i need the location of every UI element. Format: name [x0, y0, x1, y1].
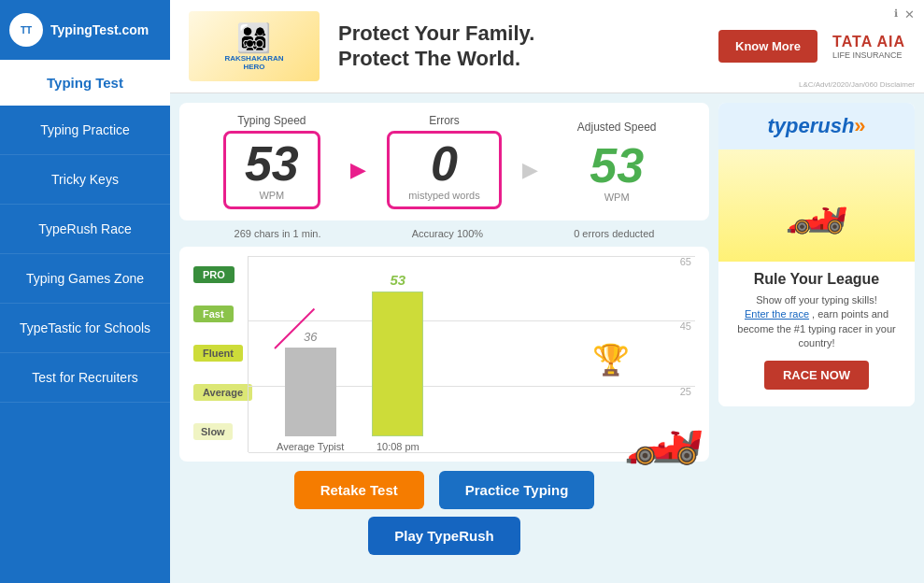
ad-cta-button[interactable]: Know More	[718, 30, 817, 63]
bar1	[285, 348, 336, 436]
typerush-header: typerush»	[718, 103, 915, 149]
typerush-enter-race-link[interactable]: Enter the race	[745, 308, 809, 320]
typing-speed-unit: WPM	[259, 190, 284, 201]
typerush-car-image: 🏎️	[718, 149, 915, 262]
logo-area: TT TypingTest.com	[0, 0, 170, 60]
cat-pro: PRO	[193, 265, 243, 287]
typerush-title: Rule Your League	[728, 271, 905, 288]
sidebar-item-typing-practice[interactable]: Typing Practice	[0, 106, 170, 155]
sidebar-item-typerush-race[interactable]: TypeRush Race	[0, 205, 170, 254]
cat-fluent: Fluent	[193, 344, 243, 365]
bar-current: 53 10:08 pm	[372, 272, 423, 452]
cat-average: Average	[193, 383, 243, 405]
cat-fast: Fast	[193, 305, 243, 326]
adjusted-speed-value: 53	[590, 141, 644, 190]
typerush-desc: Show off your typing skills! Enter the r…	[728, 293, 905, 351]
buttons-row: Retake Test Practice Typing	[179, 462, 709, 513]
bar2	[372, 292, 423, 436]
right-ad-panel: typerush» 🏎️ Rule Your League Show off y…	[718, 103, 915, 406]
chars-info: 269 chars in 1 min.	[235, 228, 321, 239]
ad-left: 👨‍👩‍👧‍👦 RAKSHAKARAN HERO	[189, 11, 320, 81]
logo-text: TypingTest.com	[50, 22, 149, 37]
sidebar-item-typing-games[interactable]: Typing Games Zone	[0, 254, 170, 304]
race-now-button[interactable]: RACE NOW	[764, 361, 869, 390]
sidebar-item-typetastic[interactable]: TypeTastic for Schools	[0, 304, 170, 353]
ad-brand: TATA AIA LIFE INSURANCE	[832, 34, 905, 60]
errors-value: 0	[431, 139, 458, 188]
arrow-right-1: ▶	[350, 158, 366, 182]
errors-unit: mistyped words	[408, 190, 479, 201]
typerush-logo: typerush»	[730, 114, 903, 138]
adjusted-speed-metric: Adjusted Speed 53 WPM	[543, 121, 690, 203]
active-tab-typing-test[interactable]: Typing Test	[0, 60, 170, 106]
typerush-body: Rule Your League Show off your typing sk…	[718, 262, 915, 406]
trophy-icon: 🏆	[592, 342, 630, 377]
results-area: Typing Speed 53 WPM ▶ Errors 0 mistyped …	[170, 93, 924, 583]
ad-disclaimer: L&C/Advt/2020/Jan/060 Disclaimer	[799, 80, 915, 89]
errors-metric: Errors 0 mistyped words	[371, 114, 519, 209]
errors-deducted: 0 errors deducted	[574, 228, 654, 239]
retake-test-button[interactable]: Retake Test	[294, 471, 424, 509]
bar-average-typist: 36 Average Typist	[277, 330, 344, 452]
ad-banner: 👨‍👩‍👧‍👦 RAKSHAKARAN HERO Protect Your Fa…	[170, 0, 924, 93]
errors-label: Errors	[429, 114, 460, 127]
racer-character: 🏎️	[623, 396, 704, 462]
sidebar-item-test-recruiters[interactable]: Test for Recruiters	[0, 353, 170, 403]
bar2-value: 53	[391, 272, 406, 288]
adjusted-speed-label: Adjusted Speed	[577, 121, 657, 134]
practice-typing-button[interactable]: Practice Typing	[439, 471, 595, 509]
typing-speed-label: Typing Speed	[237, 114, 306, 127]
ad-hero-image: 👨‍👩‍👧‍👦 RAKSHAKARAN HERO	[189, 11, 320, 81]
logo-icon: TT	[9, 13, 43, 47]
typing-speed-value: 53	[245, 139, 299, 188]
ad-middle: Protect Your Family. Protect The World.	[320, 21, 718, 71]
chart-wrapper: PRO Fast Fluent Average Slow	[179, 247, 709, 562]
sub-metrics: 269 chars in 1 min. Accuracy 100% 0 erro…	[179, 228, 709, 239]
errors-bordered: 0 mistyped words	[387, 131, 501, 209]
main-content: 👨‍👩‍👧‍👦 RAKSHAKARAN HERO Protect Your Fa…	[170, 0, 924, 583]
typing-speed-metric: Typing Speed 53 WPM	[198, 114, 346, 209]
play-typerush-button[interactable]: Play TypeRush	[368, 517, 519, 555]
chart-area: PRO Fast Fluent Average Slow	[179, 247, 709, 462]
ad-close-button[interactable]: ✕	[904, 7, 915, 21]
sidebar-item-tricky-keys[interactable]: Tricky Keys	[0, 155, 170, 205]
bar1-value: 36	[304, 330, 317, 344]
sidebar: TT TypingTest.com Typing Test Typing Pra…	[0, 0, 170, 583]
ad-info-icon[interactable]: ℹ	[894, 7, 898, 20]
adjusted-speed-unit: WPM	[590, 192, 644, 203]
accuracy-info: Accuracy 100%	[412, 228, 483, 239]
ad-headline: Protect Your Family. Protect The World.	[338, 21, 700, 71]
bar1-label: Average Typist	[277, 441, 344, 452]
typing-speed-bordered: 53 WPM	[223, 131, 320, 209]
arrow-right-2: ▶	[522, 158, 538, 182]
left-panel: Typing Speed 53 WPM ▶ Errors 0 mistyped …	[179, 103, 709, 574]
cat-slow: Slow	[193, 422, 243, 444]
metrics-row: Typing Speed 53 WPM ▶ Errors 0 mistyped …	[179, 103, 709, 220]
bar2-label: 10:08 pm	[377, 441, 419, 452]
buttons-row-2: Play TypeRush	[179, 513, 709, 562]
